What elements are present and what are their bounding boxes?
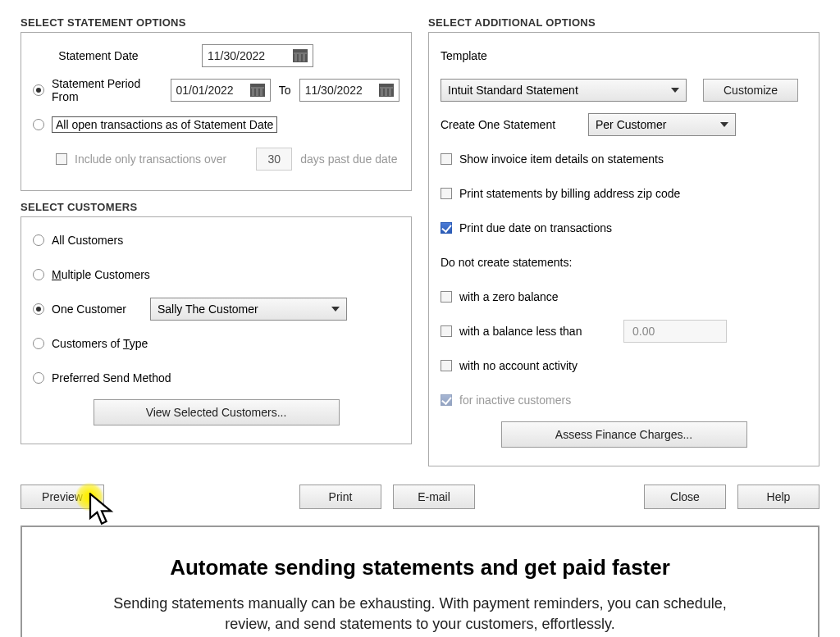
one-customer-select[interactable]: Sally The Customer — [150, 298, 347, 321]
create-one-select[interactable]: Per Customer — [588, 113, 736, 136]
period-from-input[interactable]: 01/01/2022 — [171, 79, 271, 102]
check-inactive — [441, 394, 452, 406]
days-past-due-input: 30 — [256, 148, 292, 171]
one-customer-value: Sally The Customer — [158, 303, 258, 316]
radio-preferred-send[interactable] — [33, 372, 44, 384]
customers-of-type-label: Customers of Type — [52, 337, 148, 350]
assess-finance-charges-button[interactable]: Assess Finance Charges... — [501, 421, 747, 448]
template-select[interactable]: Intuit Standard Statement — [441, 79, 687, 102]
period-from-value: 01/01/2022 — [176, 84, 234, 97]
statement-options-panel: Statement Date 11/30/2022 Statement Peri… — [21, 32, 412, 191]
statement-options-title: SELECT STATEMENT OPTIONS — [21, 16, 412, 29]
check-zero-balance[interactable] — [441, 291, 452, 303]
print-due-date-label: Print due date on transactions — [459, 221, 612, 234]
check-include-only — [56, 153, 67, 165]
radio-multiple-customers[interactable] — [33, 269, 44, 280]
all-customers-label: All Customers — [52, 234, 123, 247]
to-label: To — [279, 84, 291, 97]
radio-customers-of-type[interactable] — [33, 338, 44, 349]
no-activity-label: with no account activity — [459, 359, 578, 372]
chevron-down-icon — [671, 88, 679, 93]
include-only-post: days past due date — [300, 152, 397, 166]
chevron-down-icon — [331, 307, 340, 312]
check-print-due-date[interactable] — [441, 222, 452, 234]
balance-less-label: with a balance less than — [459, 325, 623, 338]
chevron-down-icon — [720, 122, 728, 127]
all-open-label: All open transactions as of Statement Da… — [52, 116, 277, 133]
period-from-label: Statement Period From — [52, 77, 158, 103]
one-customer-label: One Customer — [52, 303, 150, 316]
statement-date-label: Statement Date — [33, 49, 164, 62]
print-button[interactable]: Print — [299, 485, 381, 509]
radio-all-customers[interactable] — [33, 234, 44, 246]
action-row: Preview Print E-mail Close Help — [21, 485, 819, 509]
period-to-value: 11/30/2022 — [305, 84, 363, 97]
preview-button[interactable]: Preview — [21, 485, 104, 509]
additional-options-panel: Template Intuit Standard Statement Custo… — [428, 32, 819, 466]
check-show-invoice[interactable] — [441, 153, 452, 165]
promo-panel: Automate sending statements and get paid… — [21, 526, 819, 637]
check-balance-less[interactable] — [441, 325, 452, 337]
customize-button[interactable]: Customize — [703, 79, 798, 102]
preferred-send-label: Preferred Send Method — [52, 371, 171, 384]
close-button[interactable]: Close — [644, 485, 726, 509]
create-one-value: Per Customer — [596, 118, 666, 131]
calendar-icon[interactable] — [379, 84, 394, 97]
template-label: Template — [441, 49, 487, 62]
help-button[interactable]: Help — [737, 485, 819, 509]
calendar-icon[interactable] — [293, 49, 308, 62]
radio-one-customer[interactable] — [33, 303, 44, 315]
print-by-zip-label: Print statements by billing address zip … — [459, 187, 680, 200]
include-only-pre: Include only transactions over — [75, 152, 226, 166]
radio-period-from[interactable] — [33, 84, 44, 96]
radio-all-open[interactable] — [33, 119, 44, 130]
check-print-by-zip[interactable] — [441, 188, 452, 199]
multiple-customers-label: Multiple Customers — [52, 268, 150, 281]
check-no-activity[interactable] — [441, 360, 452, 371]
statement-date-input[interactable]: 11/30/2022 — [202, 44, 313, 67]
view-selected-customers-button[interactable]: View Selected Customers... — [94, 399, 340, 425]
calendar-icon[interactable] — [250, 84, 265, 97]
zero-balance-label: with a zero balance — [459, 290, 559, 303]
create-one-label: Create One Statement — [441, 118, 588, 131]
inactive-label: for inactive customers — [459, 394, 571, 407]
select-customers-title: SELECT CUSTOMERS — [21, 201, 412, 213]
statement-date-value: 11/30/2022 — [208, 49, 265, 62]
do-not-create-label: Do not create statements: — [441, 256, 572, 269]
template-value: Intuit Standard Statement — [448, 84, 578, 97]
promo-body: Sending statements manually can be exhau… — [108, 594, 732, 635]
show-invoice-label: Show invoice item details on statements — [459, 152, 664, 166]
balance-less-input[interactable]: 0.00 — [623, 320, 727, 343]
email-button[interactable]: E-mail — [393, 485, 475, 509]
promo-headline: Automate sending statements and get paid… — [170, 555, 670, 580]
additional-options-title: SELECT ADDITIONAL OPTIONS — [428, 16, 819, 29]
period-to-input[interactable]: 11/30/2022 — [299, 79, 399, 102]
select-customers-panel: All Customers Multiple Customers One Cus… — [21, 216, 412, 444]
